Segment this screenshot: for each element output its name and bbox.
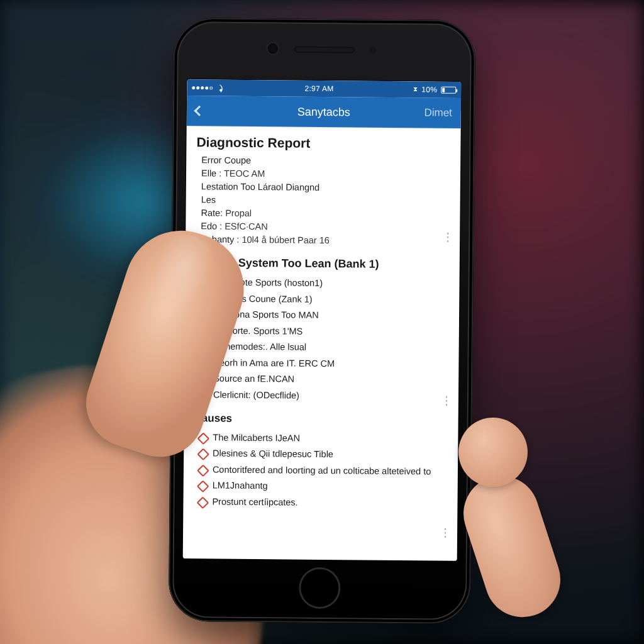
list-item: Contoritfered and loorting ad un coltica… — [199, 462, 448, 480]
more-menu-icon[interactable]: ⋮ — [442, 235, 453, 239]
list-item: Source an fE.NCAN — [199, 371, 448, 389]
proximity-sensor — [370, 47, 376, 53]
list-item: Canemodes:. Alle lsual — [200, 339, 449, 357]
list-item: Dlesines & Qii tdlepesuc Tible — [199, 445, 448, 464]
front-camera — [268, 43, 278, 53]
list-item: LM1Jnahantg — [199, 478, 448, 496]
more-menu-icon[interactable]: ⋮ — [441, 399, 452, 402]
wifi-icon — [216, 84, 225, 92]
causes-heading: Causes — [194, 412, 448, 427]
status-bar: 2:97 AM ⧗ 10% — [187, 79, 461, 98]
causes-list: The Milcaberts IJeAN Dlesines & Qii tdle… — [193, 430, 448, 512]
earpiece — [294, 47, 355, 53]
battery-icon — [441, 86, 456, 93]
report-fields: Error Coupe Elle : TEOC AM Lestation Too… — [196, 153, 450, 248]
field-row: Lestation Too Láraol Diangnd — [201, 180, 450, 195]
list-item: Prostunt certíipcates. — [198, 494, 447, 512]
nav-bar: Sanytacbs Dimet — [187, 96, 461, 128]
list-item: Clerlicnit: (ODecflide) — [199, 387, 448, 405]
list-item: Seorh in Ama are IT. ERC CM — [199, 355, 448, 373]
nav-title: Sanytacbs — [187, 104, 461, 120]
status-time: 2:97 AM — [304, 84, 333, 93]
battery-pct: 10% — [421, 85, 437, 94]
signal-icon — [192, 86, 213, 89]
list-item: Custorte. Sports 1'MS — [200, 323, 449, 341]
home-button[interactable] — [299, 567, 341, 609]
more-menu-icon[interactable]: ⋮ — [440, 531, 451, 535]
alarm-icon: ⧗ — [413, 86, 418, 93]
page-title: Diagnostic Report — [196, 135, 450, 152]
list-item: The Milcaberts IJeAN — [199, 430, 448, 448]
field-row: Sebanty : 10l4 å búbert Paar 16 — [201, 233, 450, 248]
